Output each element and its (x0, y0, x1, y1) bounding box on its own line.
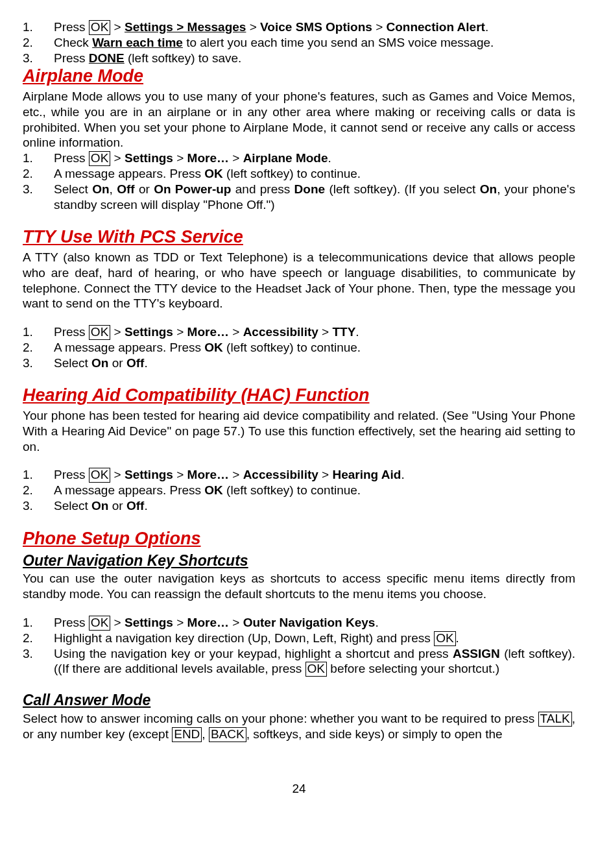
voice-sms-steps: Press OK > Settings > Messages > Voice S… (23, 19, 575, 66)
list-item: Using the navigation key or your keypad,… (23, 646, 575, 677)
ok-key: OK (89, 151, 110, 166)
list-item: Press OK > Settings > Messages > Voice S… (23, 19, 575, 35)
tty-para: A TTY (also known as TDD or Text Telepho… (23, 250, 575, 311)
ok-key: OK (89, 468, 110, 483)
tty-steps: Press OK > Settings > More… > Accessibil… (23, 324, 575, 370)
outer-nav-para: You can use the outer navigation keys as… (23, 571, 575, 602)
ok-key: OK (89, 616, 110, 631)
list-item: Press OK > Settings > More… > Airplane M… (23, 151, 575, 166)
ok-key: OK (305, 662, 327, 677)
call-answer-subheading: Call Answer Mode (23, 691, 575, 710)
list-item: A message appears. Press OK (left softke… (23, 340, 575, 356)
tty-heading: TTY Use With PCS Service (23, 226, 575, 248)
outer-nav-subheading: Outer Navigation Key Shortcuts (23, 551, 575, 570)
list-item: A message appears. Press OK (left softke… (23, 166, 575, 182)
page-number: 24 (23, 781, 575, 797)
list-item: Check Warn each time to alert you each t… (23, 35, 575, 51)
list-item: Select On or Off. (23, 498, 575, 514)
list-item: Press OK > Settings > More… > Outer Navi… (23, 615, 575, 631)
airplane-mode-heading: Airplane Mode (23, 66, 575, 88)
list-item: Press DONE (left softkey) to save. (23, 51, 575, 66)
outer-nav-steps: Press OK > Settings > More… > Outer Navi… (23, 615, 575, 677)
list-item: Press OK > Settings > More… > Accessibil… (23, 324, 575, 340)
list-item: Select On, Off or On Power-up and press … (23, 182, 575, 213)
hac-para: Your phone has been tested for hearing a… (23, 408, 575, 454)
phone-setup-heading: Phone Setup Options (23, 528, 575, 550)
list-item: Press OK > Settings > More… > Accessibil… (23, 467, 575, 483)
list-item: Highlight a navigation key direction (Up… (23, 631, 575, 646)
ok-key: OK (89, 20, 110, 35)
call-answer-para: Select how to answer incoming calls on y… (23, 711, 575, 742)
list-item: Select On or Off. (23, 356, 575, 371)
list-item: A message appears. Press OK (left softke… (23, 483, 575, 498)
airplane-steps: Press OK > Settings > More… > Airplane M… (23, 151, 575, 212)
airplane-mode-para: Airplane Mode allows you to use many of … (23, 89, 575, 151)
ok-key: OK (89, 325, 110, 340)
hac-heading: Hearing Aid Compatibility (HAC) Function (23, 385, 575, 407)
hac-steps: Press OK > Settings > More… > Accessibil… (23, 467, 575, 513)
back-key: BACK (209, 727, 246, 742)
ok-key: OK (434, 631, 455, 646)
talk-key: TALK (538, 712, 572, 727)
end-key: END (172, 727, 202, 742)
